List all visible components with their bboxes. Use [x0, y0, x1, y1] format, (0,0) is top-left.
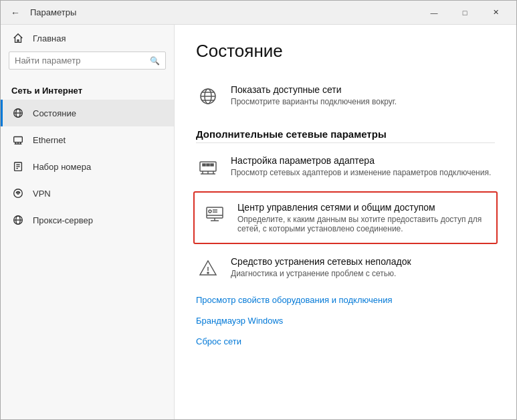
adapter-settings-text: Настройка параметров адаптера Просмотр с…	[231, 155, 491, 177]
svg-point-12	[14, 189, 23, 198]
vpn-icon	[11, 187, 25, 200]
network-center-icon	[203, 202, 227, 226]
maximize-button[interactable]: □	[449, 1, 480, 25]
minimize-button[interactable]: —	[419, 1, 449, 25]
link-reset-network[interactable]: Сброс сети	[196, 331, 495, 352]
svg-rect-29	[211, 164, 213, 166]
troubleshoot-text: Средство устранения сетевых неполадок Ди…	[231, 256, 411, 278]
show-networks-item[interactable]: Показать доступные сети Просмотрите вари…	[196, 75, 495, 118]
settings-window: ← Параметры — □ ✕ Главная	[0, 0, 517, 420]
adapter-icon	[196, 155, 220, 179]
sidebar-item-status[interactable]: Состояние	[1, 100, 174, 126]
sidebar-item-ethernet-label: Ethernet	[33, 135, 66, 145]
page-title: Состояние	[196, 41, 495, 62]
globe-icon	[11, 106, 25, 120]
window-controls: — □ ✕	[419, 1, 511, 25]
sidebar-item-status-label: Состояние	[33, 108, 76, 118]
troubleshoot-desc: Диагностика и устранение проблем с сетью…	[231, 269, 411, 278]
link-firewall[interactable]: Брандмауэр Windows	[196, 310, 495, 331]
sidebar-item-proxy[interactable]: Прокси-сервер	[1, 207, 174, 233]
link-hardware-properties[interactable]: Просмотр свойств оборудования и подключе…	[196, 290, 495, 310]
network-center-highlight: Центр управления сетями и общим доступом…	[193, 191, 498, 244]
sidebar-group-label: Сеть и Интернет	[1, 78, 174, 100]
sidebar-item-vpn-label: VPN	[33, 189, 51, 199]
back-button[interactable]: ←	[6, 3, 25, 22]
dialup-icon	[11, 160, 25, 173]
sidebar-item-home[interactable]: Главная	[1, 25, 174, 51]
close-button[interactable]: ✕	[480, 1, 511, 25]
search-input[interactable]	[15, 56, 150, 66]
additional-section-heading: Дополнительные сетевые параметры	[196, 128, 495, 140]
show-networks-text: Показать доступные сети Просмотрите вари…	[231, 84, 397, 106]
network-center-item[interactable]: Центр управления сетями и общим доступом…	[197, 195, 494, 240]
sidebar: Главная 🔍 Сеть и Интернет Состояние	[1, 25, 175, 419]
search-box[interactable]: 🔍	[9, 51, 166, 70]
svg-rect-22	[200, 162, 216, 171]
ethernet-icon	[11, 133, 25, 146]
svg-point-38	[207, 272, 209, 274]
titlebar: ← Параметры — □ ✕	[1, 1, 516, 25]
svg-rect-27	[203, 164, 205, 166]
window-title: Параметры	[30, 7, 419, 17]
sidebar-item-dialup[interactable]: Набор номера	[1, 153, 174, 180]
show-networks-desc: Просмотрите варианты подключения вокруг.	[231, 97, 397, 106]
network-center-text: Центр управления сетями и общим доступом…	[237, 202, 488, 233]
sidebar-item-ethernet[interactable]: Ethernet	[1, 126, 174, 153]
section-divider-1	[196, 142, 495, 143]
network-center-title: Центр управления сетями и общим доступом	[237, 202, 488, 213]
main-content: Главная 🔍 Сеть и Интернет Состояние	[1, 25, 516, 419]
troubleshoot-icon	[196, 256, 220, 280]
proxy-icon	[11, 213, 25, 227]
svg-point-34	[209, 210, 211, 213]
adapter-settings-item[interactable]: Настройка параметров адаптера Просмотр с…	[196, 146, 495, 189]
content-area: Состояние Показать доступные сети Просмо…	[175, 25, 516, 419]
troubleshoot-item[interactable]: Средство устранения сетевых неполадок Ди…	[196, 247, 495, 290]
troubleshoot-title: Средство устранения сетевых неполадок	[231, 256, 411, 267]
show-networks-title: Показать доступные сети	[231, 84, 397, 95]
home-icon	[11, 31, 25, 45]
adapter-settings-title: Настройка параметров адаптера	[231, 155, 491, 166]
search-icon: 🔍	[150, 56, 160, 66]
adapter-settings-desc: Просмотр сетевых адаптеров и изменение п…	[231, 168, 491, 177]
network-center-desc: Определите, к каким данным вы хотите пре…	[237, 215, 488, 233]
svg-rect-3	[14, 137, 23, 142]
svg-rect-28	[207, 164, 209, 166]
svg-point-13	[17, 193, 19, 195]
sidebar-item-home-label: Главная	[33, 33, 66, 43]
network-globe-icon	[196, 84, 220, 108]
sidebar-item-proxy-label: Прокси-сервер	[33, 215, 93, 225]
sidebar-item-dialup-label: Набор номера	[33, 162, 91, 172]
sidebar-item-vpn[interactable]: VPN	[1, 180, 174, 207]
